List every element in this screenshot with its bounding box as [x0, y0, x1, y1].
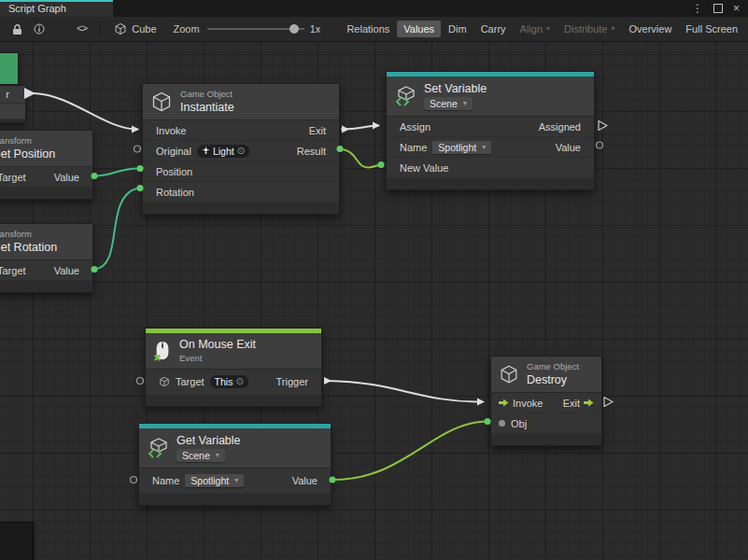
variable-name-dropdown[interactable]: Spotlight ▾ — [185, 474, 244, 487]
toolbar-button-fullscreen[interactable]: Full Screen — [679, 21, 744, 37]
node-title: Instantiate — [180, 101, 234, 115]
node-fragment-green[interactable] — [0, 52, 19, 85]
port-label-rotation: Rotation — [156, 187, 194, 198]
flow-arrowhead[interactable] — [324, 377, 332, 385]
port-exit-out[interactable] — [604, 398, 613, 407]
port-label-name: Name — [400, 142, 427, 153]
object-field-value: This — [215, 376, 233, 387]
variable-icon — [147, 437, 169, 459]
graph-canvas[interactable]: r Transform Get Position Target Value — [0, 42, 748, 560]
wires-layer — [0, 42, 748, 560]
chevron-down-icon: ▾ — [612, 25, 615, 33]
node-get-position[interactable]: Transform Get Position Target Value — [0, 130, 93, 200]
node-category: Transform — [0, 135, 55, 147]
info-icon[interactable] — [28, 20, 50, 38]
port-target-in[interactable] — [137, 378, 144, 385]
toolbar-button-overview[interactable]: Overview — [623, 21, 679, 37]
port-name-in[interactable] — [131, 477, 137, 483]
zoom-slider[interactable] — [207, 22, 304, 35]
wire-trigger-to-invoke[interactable] — [328, 381, 481, 402]
wire-getrotation-to-rotation[interactable] — [94, 189, 138, 270]
port-label-exit: Exit — [563, 398, 580, 409]
scope-dropdown[interactable]: Scene ▾ — [176, 449, 225, 462]
node-set-variable[interactable]: Set Variable Scene ▾ Assign Assigned Nam… — [386, 71, 595, 190]
toolbar-button-relations[interactable]: Relations — [340, 21, 396, 37]
node-title: Get Rotation — [0, 241, 57, 255]
flow-arrow-icon[interactable] — [499, 399, 509, 407]
wire-exit-to-assign[interactable] — [342, 126, 378, 130]
node-get-variable[interactable]: Get Variable Scene ▾ Name Spotlight ▾ — [138, 423, 332, 506]
port-label-value: Value — [54, 172, 79, 183]
chevron-down-icon: ▾ — [482, 144, 486, 151]
flow-arrowhead[interactable] — [477, 399, 485, 406]
port-label-original: Original — [156, 146, 191, 157]
port-label-target: Target — [0, 265, 26, 276]
variable-name-dropdown[interactable]: Spotlight ▾ — [432, 141, 491, 154]
node-destroy[interactable]: Game Object Destroy Invoke Exit — [490, 356, 602, 446]
toolbar-button-values[interactable]: Values — [397, 21, 441, 37]
node-fragment-left[interactable]: r — [0, 85, 26, 123]
scope-value: Scene — [430, 98, 458, 109]
wire-flow-into-instantiate[interactable] — [35, 93, 137, 130]
toolbar-button-distribute[interactable]: Distribute ▾ — [557, 21, 621, 37]
distribute-label: Distribute — [564, 23, 607, 35]
node-title: On Mouse Exit — [179, 338, 256, 352]
port-label-obj: Obj — [511, 418, 527, 429]
zoom-label: Zoom — [174, 23, 200, 35]
node-on-mouse-exit[interactable]: On Mouse Exit Event Target This ⊙ — [145, 328, 322, 407]
node-category: Transform — [0, 229, 57, 240]
wire-getposition-to-position[interactable] — [94, 169, 138, 176]
fragment-footer — [0, 119, 25, 122]
node-get-rotation[interactable]: Transform Get Rotation Target Value — [0, 223, 93, 293]
variable-icon — [394, 85, 416, 107]
align-label: Align — [520, 23, 543, 35]
chevron-down-icon: ▾ — [463, 100, 467, 107]
toolbar-button-align[interactable]: Align ▾ — [514, 21, 557, 37]
flow-arrow-icon[interactable] — [584, 399, 594, 407]
close-icon[interactable]: × — [733, 2, 740, 15]
port-label-invoke: Invoke — [513, 398, 543, 409]
port-label-target: Target — [176, 376, 205, 387]
node-instantiate[interactable]: Game Object Instantiate Invoke Exit Orig… — [142, 83, 340, 215]
code-icon[interactable]: <> — [71, 20, 92, 38]
object-field-this[interactable]: This ⊙ — [210, 375, 248, 388]
obj-port-icon[interactable] — [499, 420, 505, 427]
flow-arrowhead[interactable] — [373, 122, 380, 130]
node-fragment-bottom[interactable] — [0, 522, 34, 560]
tab-title: Script Graph — [8, 3, 66, 14]
flow-arrowhead[interactable] — [132, 126, 139, 133]
toolbar-button-carry[interactable]: Carry — [474, 21, 513, 37]
wire-getvariable-to-obj[interactable] — [332, 422, 486, 481]
port-new-value-in[interactable] — [378, 161, 385, 168]
menu-icon[interactable]: ⋮ — [692, 2, 703, 15]
port-original-in[interactable] — [134, 146, 141, 152]
toolbar-button-dim[interactable]: Dim — [442, 21, 473, 37]
zoom-handle[interactable] — [289, 24, 299, 34]
object-picker-icon[interactable]: ⊙ — [235, 377, 243, 386]
object-field-value: Light — [213, 146, 234, 157]
scope-dropdown[interactable]: Scene ▾ — [424, 97, 473, 110]
port-label-name: Name — [152, 475, 179, 486]
tab-script-graph[interactable]: Script Graph — [0, 0, 113, 17]
zoom-value: 1x — [310, 23, 321, 35]
node-category: Game Object — [180, 89, 234, 100]
cube-icon — [114, 22, 127, 35]
port-label-assign: Assign — [400, 121, 430, 133]
graph-toolbar: <> Cube Zoom 1x Relations Values Dim Car… — [0, 17, 748, 42]
lock-icon[interactable] — [7, 20, 28, 38]
port-value-out[interactable] — [597, 142, 603, 148]
flow-arrowhead[interactable] — [342, 126, 349, 133]
port-label-value: Value — [54, 265, 79, 276]
wire-result-to-newvalue[interactable] — [340, 149, 379, 168]
port-assigned-out[interactable] — [599, 121, 607, 131]
tab-accent — [0, 0, 113, 2]
window-controls: ⋮ × — [692, 0, 748, 17]
fragment-row — [0, 103, 25, 119]
port-label-value: Value — [292, 475, 318, 486]
graph-target[interactable]: Cube — [114, 22, 156, 35]
maximize-icon[interactable] — [713, 4, 723, 13]
object-picker-icon[interactable]: ⊙ — [237, 147, 245, 156]
object-field-light[interactable]: Light ⊙ — [197, 145, 249, 158]
variable-name-value: Spotlight — [191, 475, 229, 486]
node-title: Set Variable — [424, 82, 487, 96]
